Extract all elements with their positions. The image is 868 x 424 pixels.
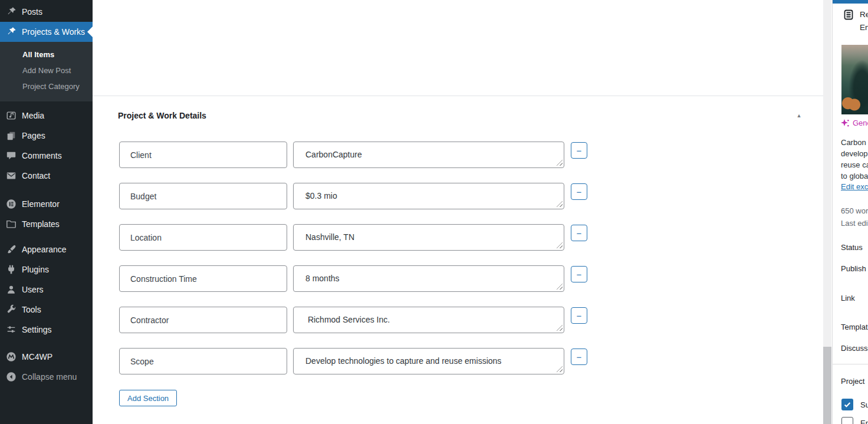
category-checkbox-label[interactable]: En [860,419,868,424]
add-section-button[interactable]: Add Section [119,390,177,406]
detail-row-client: CarbonCapture − [119,142,697,168]
post-title-line: En [860,23,868,32]
category-checkbox-label[interactable]: Su [860,400,868,409]
field-value-textarea[interactable]: Nashville, TN [293,224,564,251]
sidebar-item-label: Settings [22,325,52,334]
field-value-textarea[interactable]: Develop technologies to capture and reus… [293,348,564,374]
settings-sidebar: Re En Gene Carbon develop reuse ca to gl… [832,0,868,424]
active-item-arrow [87,27,93,37]
excerpt-text: Carbon develop reuse ca to globa [841,137,868,182]
sidebar-item-users[interactable]: Users [0,280,93,300]
envelope-icon [6,170,17,181]
admin-sidebar: Posts Projects & Works All Items Add New… [0,0,93,424]
vertical-scrollbar-thumb[interactable] [823,347,831,424]
media-icon [6,110,17,121]
detail-row-location: Nashville, TN − [119,224,697,251]
sidebar-item-label: Templates [22,219,60,229]
sidebar-item-label: Appearance [22,245,67,254]
submenu-item-project-category[interactable]: Project Category [0,78,93,94]
field-value-textarea[interactable]: 8 months [293,265,564,292]
metabox-collapse-toggle[interactable]: ▲ [794,111,804,120]
remove-row-button[interactable]: − [571,266,587,282]
remove-row-button[interactable]: − [571,225,587,241]
panel-row-publish[interactable]: Publish [841,264,866,273]
wrench-icon [6,304,17,315]
sidebar-item-templates[interactable]: Templates [0,214,93,234]
folder-icon [6,219,17,229]
submenu-item-add-new-post[interactable]: Add New Post [0,63,93,78]
field-label-input[interactable] [119,307,287,333]
remove-row-button[interactable]: − [571,183,587,200]
project-category-panel-header[interactable]: Project [841,377,864,386]
field-value-wrap: CarbonCapture [293,142,564,168]
mc4wp-icon [6,351,17,362]
featured-image-thumbnail[interactable] [841,45,868,114]
sidebar-item-comments[interactable]: Comments [0,146,93,166]
category-checkbox-unchecked[interactable] [841,417,853,424]
sidebar-item-collapse-menu[interactable]: Collapse menu [0,367,93,387]
detail-row-contractor: Richmod Services Inc. − [119,307,697,333]
last-edited-text: Last edi [841,219,868,228]
post-title-line: Re [860,10,868,19]
sliders-icon [6,324,17,335]
remove-row-button[interactable]: − [571,142,587,159]
field-label-input[interactable] [119,183,287,209]
field-label-input[interactable] [119,348,287,374]
sidebar-item-appearance[interactable]: Appearance [0,239,93,259]
sidebar-item-projects-works[interactable]: Projects & Works [0,22,93,42]
panel-row-status[interactable]: Status [841,243,863,252]
category-checkbox-checked[interactable] [841,399,853,410]
plug-icon [6,264,17,275]
vertical-scrollbar-track[interactable] [823,0,831,424]
sidebar-item-label: Projects & Works [22,27,85,37]
sidebar-item-posts[interactable]: Posts [0,2,93,22]
edit-excerpt-link[interactable]: Edit exc [841,182,868,191]
field-label-input[interactable] [119,265,287,292]
panel-row-template[interactable]: Templat [841,323,868,331]
sidebar-item-label: Media [22,111,44,120]
field-value-wrap: $0.3 mio [293,183,564,209]
elementor-icon [6,199,17,209]
detail-row-construction-time: 8 months − [119,265,697,292]
field-value-textarea[interactable]: Richmod Services Inc. [293,307,564,333]
check-icon [843,400,851,409]
excerpt-line: Carbon [841,137,868,148]
field-label-input[interactable] [119,142,287,168]
metabox-top-border [93,96,823,96]
remove-row-button[interactable]: − [571,307,587,324]
comment-bubble-icon [6,150,17,161]
sidebar-item-tools[interactable]: Tools [0,300,93,320]
sidebar-item-label: Tools [22,305,41,314]
sidebar-item-elementor[interactable]: Elementor [0,194,93,214]
sidebar-item-label: Elementor [22,199,60,209]
sidebar-item-label: Plugins [22,265,49,274]
panel-row-link[interactable]: Link [841,294,855,303]
sidebar-item-pages[interactable]: Pages [0,126,93,146]
field-value-textarea[interactable]: $0.3 mio [293,183,564,209]
remove-row-button[interactable]: − [571,349,587,365]
sidebar-item-settings[interactable]: Settings [0,320,93,340]
sparkle-icon [841,119,849,127]
excerpt-line: develop [841,148,868,159]
sidebar-item-label: MC4WP [22,352,52,361]
user-icon [6,284,17,295]
paintbrush-icon [6,244,17,255]
field-label-input[interactable] [119,224,287,251]
sidebar-item-mc4wp[interactable]: MC4WP [0,347,93,367]
sidebar-item-label: Posts [22,7,42,17]
panel-divider [833,364,868,364]
excerpt-line: to globa [841,170,868,182]
field-value-wrap: 8 months [293,265,564,292]
field-value-textarea[interactable]: CarbonCapture [293,142,564,168]
sidebar-item-media[interactable]: Media [0,106,93,126]
submenu-item-all-items[interactable]: All Items [0,47,93,63]
panel-row-discussion[interactable]: Discussi [841,344,868,353]
editor-content-area: Project & Work Details ▲ CarbonCapture −… [93,0,823,424]
field-value-wrap: Develop technologies to capture and reus… [293,348,564,374]
pushpin-icon [6,6,17,17]
sidebar-item-plugins[interactable]: Plugins [0,259,93,280]
sidebar-item-contact[interactable]: Contact [0,166,93,186]
ai-generate-button[interactable]: Gene [841,119,868,127]
metabox-title: Project & Work Details [118,111,206,120]
sidebar-item-label: Comments [22,151,62,160]
